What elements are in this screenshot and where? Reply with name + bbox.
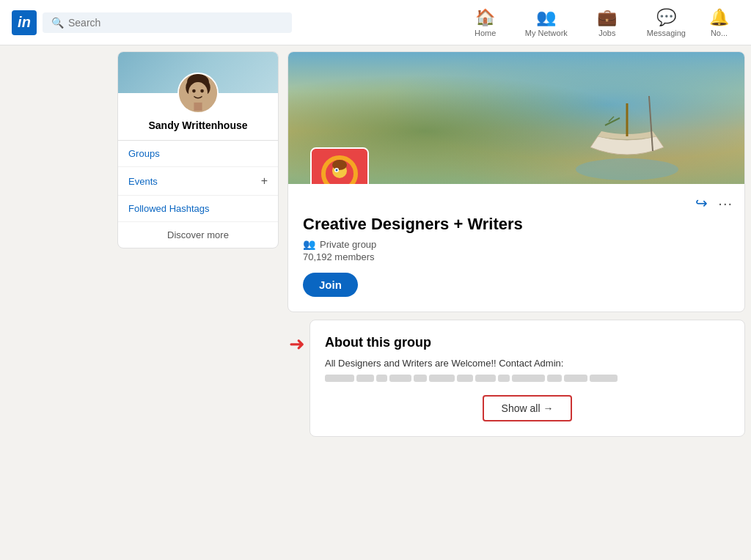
nav-messaging-label: Messaging xyxy=(647,29,686,37)
about-description: All Designers and Writers are Welcome!! … xyxy=(325,358,730,369)
nav-jobs-label: Jobs xyxy=(598,29,615,37)
svg-point-16 xyxy=(332,160,347,170)
callout-arrow: ➜ xyxy=(289,333,305,355)
group-card: BE CREATIVE ↪ ··· Creative Designers + W… xyxy=(287,51,745,312)
profile-card: Sandy Writtenhouse Groups Events + Follo… xyxy=(117,51,279,248)
nav-home-label: Home xyxy=(475,29,496,37)
messaging-icon: 💬 xyxy=(656,8,676,27)
search-icon: 🔍 xyxy=(51,17,64,29)
group-logo-image: BE CREATIVE xyxy=(312,149,367,184)
nav-notifications[interactable]: 🔔 No... xyxy=(699,2,739,43)
group-logo: BE CREATIVE xyxy=(310,147,369,184)
main-content: BE CREATIVE ↪ ··· Creative Designers + W… xyxy=(287,51,745,437)
blur-10 xyxy=(512,375,545,382)
events-label: Events xyxy=(128,176,158,187)
blur-11 xyxy=(547,375,562,382)
sidebar-links: Groups Events + Followed Hashtags Discov… xyxy=(118,140,278,248)
blur-1 xyxy=(325,375,354,382)
nav-notifications-label: No... xyxy=(711,29,728,37)
svg-point-6 xyxy=(200,89,204,93)
svg-point-18 xyxy=(336,169,338,172)
avatar xyxy=(177,73,219,114)
svg-point-5 xyxy=(192,89,196,93)
sidebar-item-groups[interactable]: Groups xyxy=(118,141,278,167)
about-title: About this group xyxy=(325,335,730,350)
group-banner: BE CREATIVE xyxy=(288,52,744,184)
group-type: 👥 Private group xyxy=(303,238,730,250)
blur-4 xyxy=(389,375,411,382)
sidebar-item-followed-hashtags[interactable]: Followed Hashtags xyxy=(118,196,278,222)
nav-jobs[interactable]: 💼 Jobs xyxy=(581,2,634,43)
more-options-icon[interactable]: ··· xyxy=(718,195,733,212)
groups-label: Groups xyxy=(128,148,160,159)
group-type-label: Private group xyxy=(320,239,376,250)
group-card-body: ↪ ··· Creative Designers + Writers 👥 Pri… xyxy=(288,184,744,312)
search-input[interactable] xyxy=(68,17,283,29)
blur-9 xyxy=(498,375,510,382)
linkedin-logo[interactable]: in xyxy=(12,10,37,35)
nav-items: 🏠 Home 👥 My Network 💼 Jobs 💬 Messaging 🔔… xyxy=(459,2,739,43)
group-members-count: 70,192 members xyxy=(303,251,730,262)
about-section-wrap: ➜ About this group All Designers and Wri… xyxy=(309,320,745,437)
navbar: in 🔍 🏠 Home 👥 My Network 💼 Jobs 💬 Messag… xyxy=(0,0,751,45)
group-title: Creative Designers + Writers xyxy=(303,215,730,234)
profile-avatar-wrap xyxy=(118,73,278,114)
svg-point-8 xyxy=(576,158,678,180)
join-button[interactable]: Join xyxy=(303,273,358,297)
svg-rect-7 xyxy=(194,103,202,111)
discover-more-button[interactable]: Discover more xyxy=(118,222,278,248)
blur-6 xyxy=(429,375,455,382)
my-network-icon: 👥 xyxy=(536,8,556,27)
sidebar-item-events[interactable]: Events + xyxy=(118,167,278,196)
home-icon: 🏠 xyxy=(475,8,495,27)
group-actions: ↪ ··· xyxy=(695,194,733,212)
svg-line-11 xyxy=(605,118,620,125)
sidebar: Sandy Writtenhouse Groups Events + Follo… xyxy=(117,51,279,437)
show-all-row: Show all → xyxy=(325,395,730,421)
svg-point-4 xyxy=(188,82,208,104)
nav-home[interactable]: 🏠 Home xyxy=(459,2,512,43)
jobs-icon: 💼 xyxy=(597,8,617,27)
notifications-icon: 🔔 xyxy=(709,8,729,27)
blur-7 xyxy=(457,375,473,382)
blur-3 xyxy=(376,375,387,382)
nav-my-network[interactable]: 👥 My Network xyxy=(515,2,578,43)
show-all-button[interactable]: Show all → xyxy=(483,395,573,421)
avatar-image xyxy=(179,73,217,112)
search-bar[interactable]: 🔍 xyxy=(43,12,292,33)
blur-13 xyxy=(590,375,618,382)
blur-8 xyxy=(475,375,496,382)
share-icon[interactable]: ↪ xyxy=(695,194,708,212)
blur-12 xyxy=(564,375,587,382)
boat-illustration xyxy=(568,81,686,184)
nav-messaging[interactable]: 💬 Messaging xyxy=(637,2,696,43)
blur-2 xyxy=(356,375,374,382)
followed-hashtags-label: Followed Hashtags xyxy=(128,203,210,214)
private-group-icon: 👥 xyxy=(303,238,315,250)
blur-5 xyxy=(414,375,427,382)
nav-my-network-label: My Network xyxy=(525,29,568,37)
main-layout: Sandy Writtenhouse Groups Events + Follo… xyxy=(0,0,751,437)
about-blurred-content xyxy=(325,375,730,382)
profile-name: Sandy Writtenhouse xyxy=(118,119,278,140)
about-card: About this group All Designers and Write… xyxy=(309,320,745,437)
events-add-icon[interactable]: + xyxy=(261,174,268,188)
